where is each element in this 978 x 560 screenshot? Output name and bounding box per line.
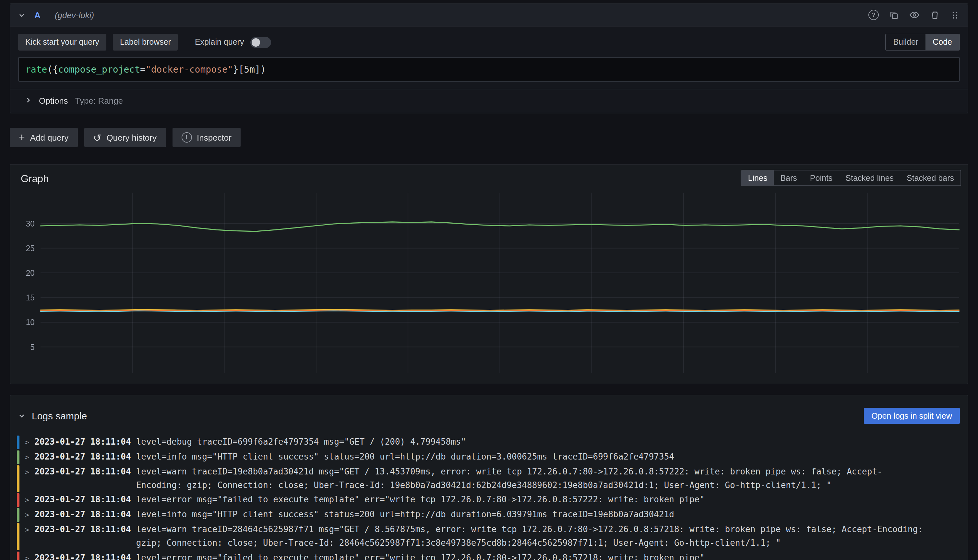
log-row[interactable]: >2023-01-27 18:11:04level=info msg="HTTP…: [17, 508, 961, 523]
svg-text:20: 20: [26, 268, 35, 277]
expand-log-icon[interactable]: >: [25, 552, 29, 560]
eye-icon: [909, 10, 920, 20]
log-level-bar: [17, 435, 19, 449]
plus-icon: +: [19, 132, 25, 142]
graph-mode-stacked-bars[interactable]: Stacked bars: [900, 170, 960, 185]
query-history-label: Query history: [106, 133, 157, 142]
graph-mode-lines[interactable]: Lines: [742, 170, 774, 185]
log-timestamp: 2023-01-27 18:11:04: [34, 465, 131, 492]
svg-text:25: 25: [26, 243, 35, 253]
query-token-func: rate: [25, 64, 47, 75]
info-icon: i: [181, 132, 192, 143]
query-token-punct: =: [140, 64, 145, 75]
drag-handle[interactable]: [950, 10, 960, 20]
graph-panel: Graph Lines Bars Points Stacked lines St…: [10, 164, 968, 384]
log-row[interactable]: >2023-01-27 18:11:04level=error msg="fai…: [17, 551, 961, 560]
log-timestamp: 2023-01-27 18:11:04: [34, 435, 131, 449]
expand-log-icon[interactable]: >: [25, 450, 29, 464]
explain-query-label: Explain query: [195, 37, 271, 48]
duplicate-query-button[interactable]: [889, 10, 899, 20]
expand-log-icon[interactable]: >: [25, 435, 29, 449]
query-token-punct: ({: [47, 64, 58, 75]
log-level-bar: [17, 552, 19, 560]
query-token-punct: ): [260, 64, 266, 75]
add-query-label: Add query: [30, 133, 69, 142]
kick-start-query-button[interactable]: Kick start your query: [18, 34, 106, 50]
expand-log-icon[interactable]: >: [25, 508, 29, 522]
explore-page: A (gdev-loki) ?: [0, 0, 978, 560]
remove-query-button[interactable]: [930, 10, 940, 20]
log-message: level=info msg="HTTP client success" sta…: [136, 450, 961, 464]
log-row[interactable]: >2023-01-27 18:11:04level=error msg="fai…: [17, 493, 961, 508]
trash-icon: [930, 10, 940, 20]
explain-query-toggle[interactable]: [250, 37, 271, 48]
time-series-chart[interactable]: 51015202530: [17, 188, 961, 380]
graph-mode-stacked-lines[interactable]: Stacked lines: [839, 170, 900, 185]
log-level-bar: [17, 465, 19, 492]
svg-text:5: 5: [30, 342, 35, 352]
graph-mode-points[interactable]: Points: [804, 170, 839, 185]
svg-text:10: 10: [26, 318, 35, 327]
chevron-right-icon[interactable]: [25, 96, 32, 106]
query-row-header[interactable]: A (gdev-loki) ?: [10, 4, 968, 27]
svg-text:30: 30: [26, 219, 35, 228]
query-row-actions: ?: [868, 10, 960, 20]
query-history-button[interactable]: ↺ Query history: [84, 128, 166, 147]
grip-dots-icon: [950, 10, 960, 20]
graph-panel-title: Graph: [21, 173, 48, 184]
logs-panel-header: Logs sample Open logs in split view: [17, 399, 961, 435]
log-row[interactable]: >2023-01-27 18:11:04level=info msg="HTTP…: [17, 450, 961, 465]
log-timestamp: 2023-01-27 18:11:04: [34, 508, 131, 522]
grafana-explore: A (gdev-loki) ?: [0, 0, 978, 560]
log-level-bar: [17, 523, 19, 550]
log-timestamp: 2023-01-27 18:11:04: [34, 523, 131, 550]
builder-mode-button[interactable]: Builder: [886, 34, 925, 50]
label-browser-button[interactable]: Label browser: [113, 34, 178, 50]
graph-mode-bars[interactable]: Bars: [774, 170, 803, 185]
log-level-bar: [17, 493, 19, 507]
query-help-button[interactable]: ?: [868, 10, 879, 20]
log-timestamp: 2023-01-27 18:11:04: [34, 450, 131, 464]
log-timestamp: 2023-01-27 18:11:04: [34, 552, 131, 560]
hide-query-button[interactable]: [909, 10, 920, 20]
query-editor-row: A (gdev-loki) ?: [10, 3, 968, 113]
svg-text:15: 15: [26, 293, 35, 302]
inspector-button[interactable]: i Inspector: [172, 128, 240, 147]
query-token-punct: }: [233, 64, 239, 75]
log-level-bar: [17, 508, 19, 522]
logs-panel-title: Logs sample: [32, 411, 87, 422]
add-query-button[interactable]: + Add query: [10, 128, 77, 147]
expand-log-icon[interactable]: >: [25, 523, 29, 550]
log-row[interactable]: >2023-01-27 18:11:04level=warn traceID=1…: [17, 465, 961, 493]
log-message: level=warn traceID=28464c5625987f71 msg=…: [136, 523, 961, 550]
expand-log-icon[interactable]: >: [25, 493, 29, 507]
log-message: level=warn traceID=19e8b0a7ad30421d msg=…: [136, 465, 961, 492]
options-summary: Type: Range: [75, 96, 123, 106]
options-label: Options: [39, 96, 68, 106]
log-row[interactable]: >2023-01-27 18:11:04level=warn traceID=2…: [17, 523, 961, 551]
explore-actions: + Add query ↺ Query history i Inspector: [10, 128, 968, 147]
datasource-name: (gdev-loki): [55, 10, 94, 20]
open-logs-split-button[interactable]: Open logs in split view: [863, 408, 960, 424]
toggle-knob: [252, 38, 260, 46]
log-message: level=error msg="failed to execute templ…: [136, 493, 961, 507]
code-mode-button[interactable]: Code: [925, 34, 959, 50]
query-expression[interactable]: rate({compose_project="docker-compose"}[…: [18, 57, 960, 82]
graph-style-switch: Lines Bars Points Stacked lines Stacked …: [741, 170, 961, 186]
chevron-down-icon[interactable]: [18, 413, 25, 420]
query-toolbar: Kick start your query Label browser Expl…: [10, 27, 968, 50]
log-message: level=info msg="HTTP client success" sta…: [136, 508, 961, 522]
logs-sample-panel: Logs sample Open logs in split view >202…: [10, 395, 968, 560]
expand-log-icon[interactable]: >: [25, 465, 29, 492]
chevron-down-icon[interactable]: [18, 11, 25, 18]
query-token-label: compose_project: [58, 64, 140, 75]
inspector-label: Inspector: [197, 133, 232, 142]
history-icon: ↺: [93, 133, 101, 142]
log-row[interactable]: >2023-01-27 18:11:04level=debug traceID=…: [17, 435, 961, 450]
query-token-string: "docker-compose": [145, 64, 233, 75]
copy-icon: [889, 10, 899, 20]
query-token-punct: [5m]: [239, 64, 260, 75]
query-options-row[interactable]: Options Type: Range: [10, 89, 968, 113]
query-ref-id: A: [34, 10, 40, 20]
graph-panel-header: Graph Lines Bars Points Stacked lines St…: [17, 170, 961, 186]
